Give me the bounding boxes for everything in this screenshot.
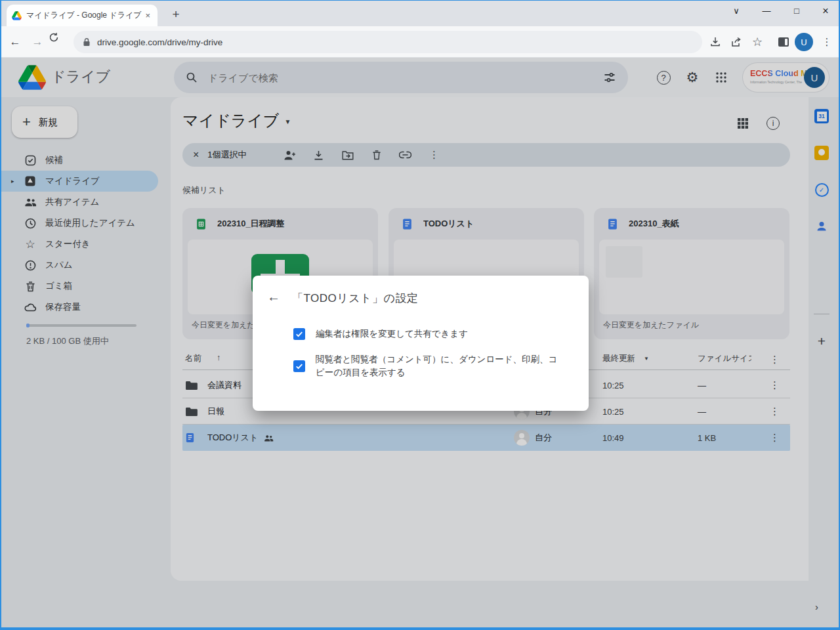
share-icon[interactable] [727, 33, 746, 51]
download-page-icon[interactable] [706, 33, 724, 51]
tab-search-icon[interactable]: ∨ [722, 0, 751, 22]
browser-toolbar: ← → drive.google.com/drive/my-drive ☆ U … [0, 26, 840, 58]
checkbox-editors-can-share[interactable] [293, 328, 305, 340]
tab-strip: マイドライブ - Google ドライブ × + ∨ — □ × [0, 0, 840, 26]
side-panel-icon[interactable] [774, 33, 793, 51]
forward-icon[interactable]: → [28, 32, 47, 52]
drive-favicon-icon [12, 11, 22, 20]
dialog-back-icon[interactable]: ← [267, 289, 280, 304]
checkbox-label[interactable]: 編集者は権限を変更して共有できます [316, 327, 565, 341]
maximize-button[interactable]: □ [782, 0, 811, 22]
minimize-button[interactable]: — [752, 0, 781, 22]
reload-icon[interactable] [49, 32, 68, 52]
checkbox-label[interactable]: 閲覧者と閲覧者（コメント可）に、ダウンロード、印刷、コピーの項目を表示する [316, 353, 565, 379]
browser-menu-icon[interactable]: ⋮ [818, 33, 836, 51]
browser-tab[interactable]: マイドライブ - Google ドライブ × [7, 5, 158, 26]
close-button[interactable]: × [811, 0, 840, 22]
back-icon[interactable]: ← [5, 32, 25, 52]
bookmark-star-icon[interactable]: ☆ [748, 33, 766, 51]
drive-app: ドライブ ? ⚙ ECCS Cloud Mail Information Tec… [0, 58, 840, 630]
browser-window: マイドライブ - Google ドライブ × + ∨ — □ × ← → dri… [0, 0, 840, 630]
address-bar[interactable]: drive.google.com/drive/my-drive [74, 31, 702, 53]
lock-icon [83, 37, 91, 47]
url-text: drive.google.com/drive/my-drive [97, 37, 222, 47]
new-tab-button[interactable]: + [167, 5, 185, 24]
checkbox-viewers-can-download[interactable] [293, 360, 305, 372]
browser-avatar[interactable]: U [795, 33, 813, 51]
tab-close-icon[interactable]: × [143, 10, 152, 20]
tab-title: マイドライブ - Google ドライブ [26, 10, 143, 21]
sharing-settings-dialog: ← 「TODOリスト」の設定 編集者は権限を変更して共有できます 閲覧者と閲覧者… [253, 276, 589, 411]
dialog-title: 「TODOリスト」の設定 [292, 291, 418, 306]
